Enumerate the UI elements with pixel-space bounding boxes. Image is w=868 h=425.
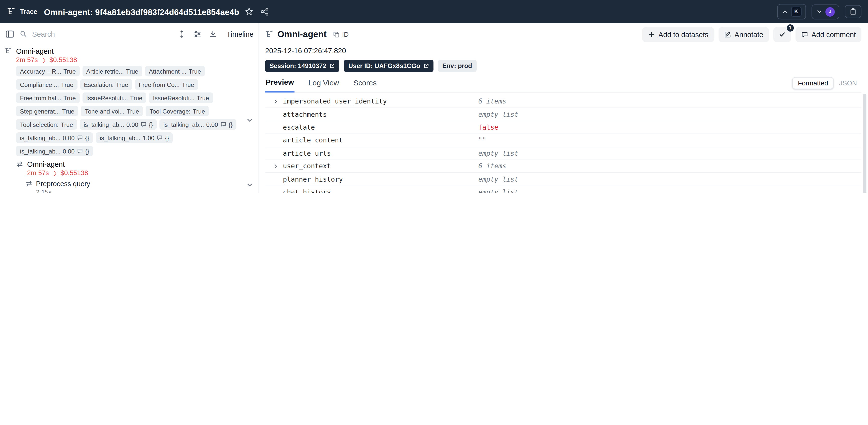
tree-child-row[interactable]: Omni-agent [16, 160, 258, 168]
annotate-button[interactable]: Annotate [718, 27, 769, 42]
collapse-child-chevron[interactable] [246, 181, 253, 189]
feedback-chip[interactable]: is_talking_ab...0.00{} [16, 146, 93, 156]
json-toggle[interactable]: JSON [835, 78, 862, 89]
tree-step[interactable]: Preprocess query2.15s [25, 179, 258, 193]
format-toggle: Formatted JSON [793, 77, 862, 89]
trace-root-row[interactable]: Omni-agent [4, 47, 258, 55]
collapse-root-chevron[interactable] [246, 116, 253, 124]
check-icon [778, 30, 786, 38]
root-cost: 2m 57s ∑ $0.55138 [16, 56, 258, 64]
feedback-chips: Accuracy – R...TrueArticle retrie...True… [16, 66, 251, 156]
feedback-chip[interactable]: is_talking_ab...0.00{} [80, 119, 157, 130]
input-row-article_urls: article_urlsempty list [265, 147, 861, 160]
feedback-chip[interactable]: IssueResoluti...True [149, 92, 213, 103]
trace-detail-panel: Omni-agent ID Add to datasets Annotate [259, 23, 868, 193]
feedback-chip[interactable]: is_talking_ab...0.00{} [159, 119, 237, 130]
feedback-chip[interactable]: Accuracy – R...True [16, 66, 80, 76]
input-key: article_content [283, 136, 343, 144]
tab-preview[interactable]: Preview [265, 78, 294, 92]
session-badge[interactable]: Session: 14910372 [265, 60, 339, 72]
feedback-chip[interactable]: Tone and voi...True [81, 106, 143, 116]
feedback-chip[interactable]: Attachment ...True [145, 66, 205, 76]
trace-title: Omni-agent: 9f4a81eb3df983f24d64d511e854… [44, 7, 239, 16]
tree-steps: Preprocess query2.15sBuild context1.03sE… [4, 179, 258, 193]
run-timestamp: 2025-12-16 07:26:47.820 [265, 47, 861, 55]
add-comment-button[interactable]: Add comment [796, 27, 862, 42]
star-icon[interactable] [244, 6, 254, 17]
copy-id-button[interactable]: ID [333, 30, 349, 38]
comment-icon [220, 121, 226, 128]
run-badges: Session: 14910372 User ID: UAFGx8s1CGo E… [265, 60, 861, 72]
feedback-chip[interactable]: Tool selection:True [16, 119, 77, 130]
input-value: empty list [478, 111, 861, 118]
add-to-datasets-button[interactable]: Add to datasets [642, 27, 714, 42]
prev-trace-button[interactable]: K [777, 4, 806, 19]
feedback-chip[interactable]: Escalation:True [80, 79, 132, 90]
search-input[interactable] [31, 29, 127, 38]
input-row-article_content: article_content"" [265, 134, 861, 147]
feedback-chip[interactable]: is_talking_ab...1.00{} [96, 132, 173, 143]
input-key: impersonated_user_identity [283, 98, 387, 106]
filter-sliders-icon[interactable] [193, 30, 202, 38]
key-hint-k: K [791, 6, 802, 17]
input-value: empty list [478, 175, 861, 183]
input-key: user_context [283, 162, 331, 170]
run-title: Omni-agent [277, 29, 327, 39]
feedback-chip[interactable]: Free from Co...True [135, 79, 198, 90]
input-key: escalate [283, 123, 315, 131]
download-icon[interactable] [209, 30, 217, 38]
collapse-panel-icon[interactable] [5, 29, 14, 38]
annotation-count-badge: 1 [786, 24, 794, 31]
chevron-right-icon[interactable] [273, 99, 283, 104]
exchange-icon [25, 180, 33, 188]
formatted-toggle[interactable]: Formatted [793, 77, 834, 89]
expand-all-icon[interactable] [178, 30, 186, 38]
trace-viewer-app: Trace Omni-agent: 9f4a81eb3df983f24d64d5… [0, 0, 868, 193]
input-key: article_urls [283, 149, 331, 157]
feedback-chip[interactable]: Article retrie...True [82, 66, 142, 76]
external-link-icon [330, 63, 335, 68]
share-icon[interactable] [259, 6, 270, 17]
tab-scores[interactable]: Scores [353, 79, 377, 92]
feedback-chip[interactable]: Step generat...True [16, 106, 78, 116]
feedback-chip[interactable]: Tool Coverage:True [146, 106, 209, 116]
feedback-chip[interactable]: Free from hal...True [16, 92, 80, 103]
trace-sidebar: Timeline Omni-agent 2m 57s ∑ $0.55138 Ac… [0, 23, 259, 193]
sigma-icon: ∑ [42, 56, 46, 63]
annotation-queue-button[interactable]: 1 [773, 27, 791, 42]
scrollbar[interactable] [863, 94, 866, 193]
clipboard-button[interactable] [845, 5, 861, 18]
input-value: false [478, 123, 861, 131]
topbar: Trace Omni-agent: 9f4a81eb3df983f24d64d5… [0, 0, 868, 23]
feedback-chip[interactable]: is_talking_ab...0.00{} [16, 132, 93, 143]
comment-icon [77, 148, 83, 154]
input-value: 6 items [478, 162, 861, 170]
feedback-chip[interactable]: Compliance ...True [16, 79, 77, 90]
input-row-attachments: attachmentsempty list [265, 108, 861, 121]
child-cost: 2m 57s ∑ $0.55138 [27, 168, 258, 177]
next-trace-button[interactable]: J [811, 4, 839, 19]
trace-label: Trace [20, 8, 37, 16]
chevron-down-icon [816, 8, 823, 15]
comment-icon [801, 31, 808, 38]
timeline-view-toggle[interactable]: Timeline [227, 30, 253, 38]
detail-tabs: Preview Log View Scores Formatted JSON [265, 77, 861, 93]
comment-icon [157, 135, 163, 141]
input-key: attachments [283, 111, 327, 118]
search-icon [19, 30, 27, 38]
comment-icon [141, 121, 147, 128]
trace-tree-icon [6, 7, 15, 16]
tab-log-view[interactable]: Log View [308, 79, 339, 92]
input-row-impersonated_user_identity[interactable]: impersonated_user_identity6 items [265, 95, 861, 108]
plus-icon [648, 31, 655, 38]
avatar: J [825, 7, 835, 16]
child-name: Omni-agent [27, 160, 65, 168]
user-id-badge[interactable]: User ID: UAFGx8s1CGo [344, 60, 434, 72]
env-badge: Env: prod [438, 60, 477, 72]
chevron-right-icon[interactable] [273, 164, 283, 169]
external-link-icon [424, 63, 429, 68]
root-name: Omni-agent [16, 47, 54, 55]
trace-tree-icon [4, 47, 12, 55]
feedback-chip[interactable]: IssueResoluti...True [82, 92, 146, 103]
input-row-user_context[interactable]: user_context6 items [265, 160, 861, 173]
